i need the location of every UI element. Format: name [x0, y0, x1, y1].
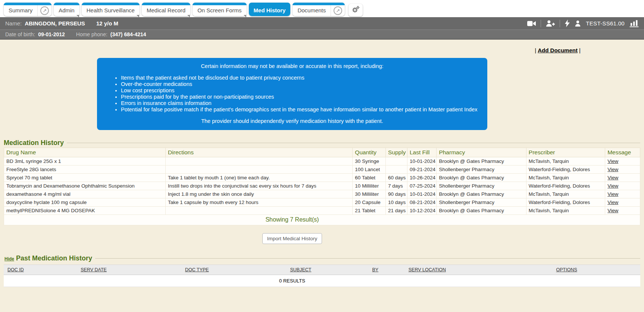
results-count: Showing 7 Result(s): [4, 215, 640, 225]
medication-row: Sprycel 70 mg tabletTake 1 tablet by mou…: [4, 174, 640, 182]
past-column-sort-link[interactable]: SUBJECT: [290, 267, 311, 272]
import-wrap: Import Medical History: [4, 233, 581, 244]
add-document-line: | Add Document |: [4, 47, 640, 53]
med-cell-prescriber: Waterford-Fielding, Dolores: [526, 182, 605, 190]
hide-link[interactable]: Hide: [4, 256, 14, 262]
med-cell-pharmacy: Brooklyn @ Gates Pharmacy: [437, 174, 526, 182]
med-cell-supply: 10 days: [386, 198, 407, 207]
med-cell-pharmacy: Brooklyn @ Gates Pharmacy: [437, 207, 526, 215]
med-cell-supply: 21 days: [386, 207, 407, 215]
home-phone-label: Home phone:: [76, 31, 107, 37]
med-cell-supply: 60 days: [386, 174, 407, 182]
add-document-link[interactable]: Add Document: [538, 47, 578, 53]
name-label: Name:: [5, 20, 22, 27]
med-cell-quantity: 100 Lancet: [353, 166, 386, 174]
med-cell-message: View: [605, 207, 640, 215]
med-cell-supply: 7 days: [386, 182, 407, 190]
chart-button[interactable]: [629, 19, 639, 27]
tab-top-strip: [4, 3, 51, 5]
tab-label-med-history: Med History: [249, 5, 291, 16]
person-icon: [575, 20, 581, 27]
medication-row: dexamethasone 4 mg/ml vialInject 1.8 mg …: [4, 190, 640, 198]
tab-top-strip: [249, 3, 291, 5]
tab-label-health-surveillance: Health Surveillance: [82, 5, 140, 16]
past-column-sort-link[interactable]: DOC ID: [7, 267, 24, 272]
tab-top-strip: [193, 3, 246, 5]
popout-icon[interactable]: ↗: [40, 6, 49, 15]
view-message-link[interactable]: View: [607, 191, 618, 197]
settings-button[interactable]: [348, 4, 363, 16]
past-column-doc-type: DOC TYPE: [181, 265, 286, 275]
med-cell-pharmacy: Shollenberger Pharmacy: [437, 166, 526, 174]
add-person-button[interactable]: [546, 20, 555, 27]
med-cell-message: View: [605, 182, 640, 190]
past-column-sort-link[interactable]: BY: [372, 267, 379, 272]
med-cell-drug: Sprycel 70 mg tablet: [4, 174, 166, 182]
med-cell-directions: [166, 157, 353, 166]
med-cell-quantity: 60 Tablet: [353, 174, 386, 182]
tab-row-on-screen-forms: On Screen Forms: [193, 5, 246, 16]
past-medication-history-header: Hide Past Medication History: [4, 254, 640, 262]
tab-row-med-history: Med History: [249, 5, 291, 16]
dob-label: Date of birth:: [5, 31, 35, 37]
view-message-link[interactable]: View: [607, 175, 618, 180]
tab-top-strip: [142, 3, 190, 5]
tab-health-surveillance[interactable]: Health Surveillance: [82, 3, 140, 16]
med-cell-supply: [386, 157, 407, 166]
past-column-sort-link[interactable]: SERV DATE: [81, 267, 107, 272]
divider: [560, 20, 560, 27]
disclaimer-footer: The provider should independently verify…: [105, 118, 479, 124]
med-cell-last_fill: 07-25-2024: [407, 182, 436, 190]
view-message-link[interactable]: View: [607, 183, 618, 189]
tab-top-strip: [54, 3, 79, 5]
tab-list: Summary↗AdminHealth SurveillanceMedical …: [4, 3, 345, 16]
home-phone-value: (347) 684-4214: [110, 31, 146, 37]
med-cell-quantity: 30 Milliliter: [353, 190, 386, 198]
person-add-icon: [546, 20, 555, 27]
view-message-link[interactable]: View: [607, 200, 618, 205]
med-cell-quantity: 20 Capsule: [353, 198, 386, 207]
view-message-link[interactable]: View: [607, 167, 618, 172]
account-number: TEST-SS61.00: [586, 20, 625, 27]
medication-history-table: Drug NameDirectionsQuantitySupplyLast Fi…: [4, 148, 640, 225]
past-medication-history-title: Past Medication History: [16, 254, 92, 262]
disclaimer-bullet: Items that the patient asked not be disc…: [121, 75, 479, 81]
tab-med-history[interactable]: Med History: [249, 3, 291, 16]
medication-row: Tobramycin and Dexamethasone Ophthalmic …: [4, 182, 640, 190]
tab-row-medical-record: Medical Record: [142, 5, 190, 16]
popout-icon[interactable]: ↗: [334, 6, 342, 15]
past-column-sort-link[interactable]: DOC TYPE: [185, 267, 209, 272]
gears-icon: [351, 6, 360, 15]
tab-summary[interactable]: Summary↗: [4, 3, 51, 16]
alerts-button[interactable]: [565, 19, 570, 27]
med-cell-drug: dexamethasone 4 mg/ml vial: [4, 190, 166, 198]
med-cell-drug: BD 3mL syringe 25G x 1: [4, 157, 166, 166]
med-cell-last_fill: 09-21-2024: [407, 166, 436, 174]
tab-on-screen-forms[interactable]: On Screen Forms: [193, 3, 246, 16]
tab-documents[interactable]: Documents↗: [293, 3, 345, 16]
tab-row-admin: Admin: [54, 5, 79, 16]
med-cell-last_fill: 10-12-2024: [407, 207, 436, 215]
med-cell-directions: Take 1 tablet by mouth 1 (one) time each…: [166, 174, 353, 182]
import-medical-history-button[interactable]: Import Medical History: [262, 233, 322, 244]
past-column-sort-link[interactable]: OPTIONS: [556, 267, 577, 272]
video-call-button[interactable]: [527, 21, 536, 27]
banner-actions: TEST-SS61.00: [527, 19, 639, 27]
tab-medical-record[interactable]: Medical Record: [142, 3, 190, 16]
disclaimer-bullet: Potential for false positive match if th…: [121, 106, 479, 112]
past-column-sort-link[interactable]: SERV LOCATION: [409, 267, 446, 272]
tab-label-summary: Summary: [4, 5, 37, 16]
tab-label-admin: Admin: [54, 5, 79, 16]
view-message-link[interactable]: View: [607, 158, 618, 164]
patient-name: ABINGDON, PERSEUS: [25, 20, 85, 27]
view-message-link[interactable]: View: [607, 208, 618, 213]
tab-admin[interactable]: Admin: [54, 3, 79, 16]
med-cell-supply: 90 days: [386, 190, 407, 198]
med-cell-last_fill: 10-01-2024: [407, 190, 436, 198]
past-column-options: OPTIONS: [553, 265, 640, 275]
video-camera-icon: [527, 21, 536, 27]
med-column-directions: Directions: [166, 148, 353, 157]
med-cell-message: View: [605, 157, 640, 166]
patient-age-sex: 12 y/o M: [96, 20, 118, 27]
tab-label-medical-record: Medical Record: [142, 5, 190, 16]
